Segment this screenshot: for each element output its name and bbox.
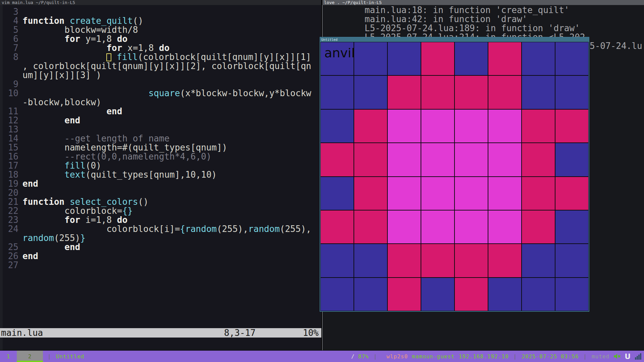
workspace-1[interactable]: 1: [0, 351, 17, 362]
code-line: random(255)}: [0, 234, 321, 243]
line-number: 27: [3, 261, 18, 270]
line-number: 14: [3, 134, 18, 143]
quilt-cell: [354, 143, 387, 176]
line-number: 8: [3, 53, 18, 62]
quilt-cell: [354, 76, 387, 109]
quilt-cell: [321, 210, 354, 243]
line-number: 20: [3, 188, 18, 197]
code-line: 15 namelength=#(quilt_types[qnum]): [0, 143, 321, 152]
code-line: -blockw,blockw): [0, 98, 321, 107]
quilt-cell: [555, 278, 588, 311]
line-number: 17: [3, 161, 18, 170]
code-line: 16 --rect(0,0,namelength*4,6,0): [0, 152, 321, 161]
line-number: 13: [3, 125, 18, 134]
quilt-cell: [421, 143, 454, 176]
code-line: 14 --get length of name: [0, 134, 321, 143]
line-number: 4: [3, 16, 18, 25]
quilt-cell: [421, 110, 454, 142]
quilt-cell: [421, 42, 454, 75]
code-line: 13: [0, 125, 321, 134]
line-number: 18: [3, 170, 18, 179]
quilt-cell: [321, 244, 354, 277]
separator: |: [583, 353, 587, 360]
quilt-cell: [388, 42, 421, 75]
line-number: 7: [3, 44, 18, 53]
code-line: 22 colorblock={}: [0, 206, 321, 216]
line-number: 15: [3, 143, 18, 152]
code-line: 24 colorblock[i]={random(255),random(255…: [0, 225, 321, 234]
quilt-cell: [455, 177, 488, 210]
quilt-cell: [522, 76, 555, 109]
line-number: 25: [3, 243, 18, 252]
line-number: 16: [3, 152, 18, 161]
code-line: 25 end: [0, 243, 321, 252]
line-number: 23: [3, 216, 18, 225]
quilt-cell: [421, 210, 454, 243]
code-line: 21function select_colors(): [0, 197, 321, 206]
quilt-cell: [522, 210, 555, 243]
workspace-active-underline: [17, 361, 43, 362]
code-line: 8 fill(colorblock[quilt[qnum][y][x]][1]: [0, 53, 321, 62]
line-number: 6: [3, 35, 18, 44]
code-line: um][y][x]][3] ): [0, 71, 321, 80]
line-number: 9: [3, 80, 18, 89]
statusline-cursor-position: 8,3-17: [224, 328, 256, 338]
quilt-cell: [488, 278, 521, 311]
titlebar-vim[interactable]: vim main.lua ~/P/quilt-in-L5: [0, 0, 321, 5]
quilt-cell: [388, 244, 421, 277]
quilt-cell: [388, 210, 421, 243]
code-line: 11 end: [0, 107, 321, 116]
quilt-cell: [455, 210, 488, 243]
network-ip: 192.168.192.10: [459, 353, 509, 360]
quilt-cell: [555, 210, 588, 243]
network-interface: wlp2s0: [386, 353, 408, 360]
quilt-cell: [455, 278, 488, 311]
datetime: 2025-07-25 03:56: [522, 353, 579, 360]
quilt-cell: [488, 110, 521, 142]
u-shape-icon: U: [625, 352, 631, 361]
titlebar-love[interactable]: love . ~/P/quilt-in-L5: [322, 0, 644, 5]
vim-code[interactable]: 34function create_quilt()5 blockw=width/…: [0, 7, 321, 270]
quilt-cell: [388, 110, 421, 142]
quilt-cell: [455, 42, 488, 75]
quilt-window[interactable]: Untitled anvil: [320, 37, 589, 312]
statusline-filename: main.lua: [1, 328, 43, 338]
quilt-cell: [488, 210, 521, 243]
quilt-cell: [455, 110, 488, 142]
quilt-cell: [522, 42, 555, 75]
quilt-cell: [555, 244, 588, 277]
quilt-name-label: anvil: [324, 46, 355, 60]
quilt-cell: [488, 244, 521, 277]
code-line: 19end: [0, 179, 321, 188]
line-number: 26: [3, 252, 18, 261]
quilt-window-titlebar[interactable]: Untitled: [320, 38, 589, 42]
love-terminal-lines: main.lua:18: in function 'create_quilt'm…: [323, 5, 644, 42]
quilt-cell: [388, 278, 421, 311]
quilt-cell: [354, 210, 387, 243]
code-line: 5 blockw=width/8: [0, 25, 321, 35]
quilt-cell: [488, 177, 521, 210]
separator: |: [48, 353, 51, 360]
line-number: 11: [3, 107, 18, 116]
quilt-cell: [321, 177, 354, 210]
workspace-2[interactable]: 2: [17, 351, 43, 362]
quilt-cell: [421, 76, 454, 109]
terminal-line: L5-2025-07-24.lua:189: in function 'draw…: [323, 24, 644, 33]
signal-bars-icon[interactable]: [635, 353, 642, 360]
code-line: 18 text(quilt_types[qnum],10,10): [0, 170, 321, 179]
quilt-cell: [522, 278, 555, 311]
separator: |: [374, 353, 377, 360]
quilt-cell: [421, 278, 454, 311]
workspace-1-label: 1: [7, 353, 10, 360]
terminal-line: main.lua:18: in function 'create_quilt': [323, 6, 644, 15]
vim-statusline: main.lua 8,3-17 10%: [0, 328, 321, 338]
volume-muted-icon[interactable]: [613, 353, 621, 360]
line-number: 3: [3, 7, 18, 16]
quilt-cell: [555, 42, 588, 75]
code-line: , colorblock[quilt[qnum][y][x]][2], colo…: [0, 62, 321, 71]
quilt-cell: [522, 143, 555, 176]
vim-window[interactable]: 34function create_quilt()5 blockw=width/…: [0, 5, 321, 350]
quilt-cell: [421, 244, 454, 277]
code-line: 27: [0, 261, 321, 270]
quilt-cell: [321, 278, 354, 311]
